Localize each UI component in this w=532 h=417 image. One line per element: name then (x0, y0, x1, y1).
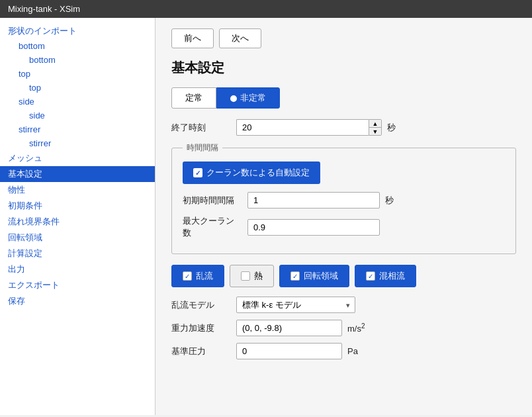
sidebar-item-rotation[interactable]: 回転領域 (0, 230, 155, 246)
end-time-spinner: ▲ ▼ (369, 119, 382, 136)
sidebar-item-output[interactable]: 出力 (0, 261, 155, 277)
sidebar-item-side1[interactable]: side (0, 95, 155, 109)
sidebar-item-initial[interactable]: 初期条件 (0, 198, 155, 214)
radio-dot (230, 95, 237, 102)
sidebar-item-export[interactable]: エクスポート (0, 277, 155, 293)
sidebar-item-calc[interactable]: 計算設定 (0, 246, 155, 261)
turbulence-model-row: 乱流モデル 標準 k-ε モデル (171, 297, 516, 313)
max-courant-label: 最大クーラン数 (183, 215, 242, 239)
initial-time-label: 初期時間間隔 (183, 195, 242, 207)
pressure-label: 基準圧力 (171, 346, 231, 357)
pressure-row: 基準圧力 Pa (171, 343, 516, 359)
sidebar-item-mesh[interactable]: メッシュ (0, 150, 155, 166)
main-content: 前へ 次へ 基本設定 定常 非定常 終了時刻 ▲ ▼ 秒 時間間隔 (155, 18, 532, 415)
multiphase-label: 混相流 (379, 270, 405, 282)
end-time-label: 終了時刻 (171, 122, 231, 134)
sidebar-item-stirrer2[interactable]: stirrer (0, 136, 155, 150)
heat-label: 熱 (254, 270, 263, 282)
sidebar-item-side2[interactable]: side (0, 109, 155, 122)
turbulence-model-label: 乱流モデル (171, 299, 231, 311)
end-time-input[interactable] (236, 119, 369, 136)
multiphase-toggle[interactable]: ✓ 混相流 (355, 265, 416, 287)
nav-buttons: 前へ 次へ (171, 28, 516, 48)
rotation-checkbox-icon: ✓ (290, 271, 300, 281)
sidebar-item-stirrer1[interactable]: stirrer (0, 122, 155, 136)
sidebar: 形状のインポートbottombottomtoptopsidesidestirre… (0, 18, 155, 415)
sidebar-item-bottom2[interactable]: bottom (0, 53, 155, 67)
heat-checkbox-icon (241, 271, 250, 281)
auto-courant-button[interactable]: ✓ クーラン数による自動設定 (183, 162, 320, 184)
turbulence-toggle[interactable]: ✓ 乱流 (171, 265, 224, 287)
sidebar-item-physics[interactable]: 物性 (0, 182, 155, 198)
gravity-label: 重力加速度 (171, 322, 231, 334)
auto-courant-label: クーラン数による自動設定 (206, 167, 310, 179)
sidebar-item-bottom1[interactable]: bottom (0, 39, 155, 53)
sidebar-item-boundary[interactable]: 流れ境界条件 (0, 214, 155, 230)
gravity-input[interactable] (236, 320, 342, 336)
gravity-row: 重力加速度 m/s2 (171, 320, 516, 336)
turbulence-model-select-wrapper: 標準 k-ε モデル (236, 297, 355, 313)
end-time-up[interactable]: ▲ (369, 120, 381, 128)
pressure-unit: Pa (347, 346, 358, 356)
sidebar-item-import[interactable]: 形状のインポート (0, 23, 155, 39)
mode-radio-group: 定常 非定常 (171, 87, 516, 109)
time-interval-group: 時間間隔 ✓ クーラン数による自動設定 初期時間間隔 秒 最大クーラン数 (171, 142, 516, 254)
initial-time-unit: 秒 (385, 195, 394, 207)
sidebar-item-top2[interactable]: top (0, 81, 155, 95)
end-time-unit: 秒 (387, 122, 396, 134)
rotation-toggle[interactable]: ✓ 回転領域 (279, 265, 349, 287)
sidebar-item-top1[interactable]: top (0, 67, 155, 81)
section-title: 基本設定 (171, 59, 516, 77)
turbulence-label: 乱流 (196, 270, 213, 282)
turbulence-checkbox-icon: ✓ (183, 271, 192, 281)
turbulence-model-select[interactable]: 標準 k-ε モデル (236, 297, 355, 313)
end-time-down[interactable]: ▼ (369, 128, 381, 135)
sidebar-item-save[interactable]: 保存 (0, 293, 155, 309)
app-title: Mixing-tank - XSim (8, 4, 80, 14)
sidebar-item-basic[interactable]: 基本設定 (0, 166, 155, 182)
max-courant-input[interactable] (247, 219, 380, 236)
prev-button[interactable]: 前へ (171, 28, 214, 48)
heat-toggle[interactable]: 熱 (230, 265, 274, 287)
rotation-label: 回転領域 (304, 270, 338, 282)
end-time-input-group: ▲ ▼ (236, 119, 382, 136)
initial-time-input[interactable] (247, 192, 380, 208)
pressure-input[interactable] (236, 343, 342, 359)
time-interval-legend: 時間間隔 (183, 142, 222, 154)
multiphase-checkbox-icon: ✓ (366, 271, 375, 281)
initial-time-row: 初期時間間隔 秒 (183, 192, 505, 208)
title-bar: Mixing-tank - XSim (0, 0, 532, 18)
next-button[interactable]: 次へ (219, 28, 261, 48)
end-time-row: 終了時刻 ▲ ▼ 秒 (171, 119, 516, 136)
model-buttons-row: ✓ 乱流 熱 ✓ 回転領域 ✓ 混相流 (171, 265, 516, 287)
auto-courant-checkbox-icon: ✓ (193, 168, 202, 177)
steady-radio[interactable]: 定常 (171, 87, 216, 109)
unsteady-radio[interactable]: 非定常 (216, 87, 280, 109)
gravity-unit: m/s2 (347, 322, 365, 334)
max-courant-row: 最大クーラン数 (183, 215, 505, 239)
